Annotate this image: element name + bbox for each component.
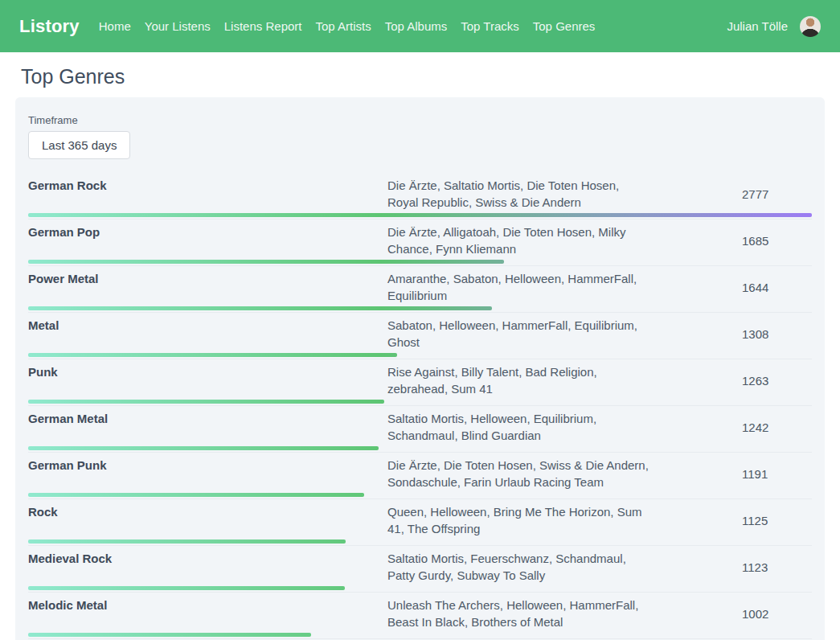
genre-name: Melodic Metal <box>28 597 387 613</box>
genre-name: Medieval Rock <box>28 550 387 567</box>
genre-count: 1685 <box>689 234 812 248</box>
genre-bar-fill <box>28 213 812 217</box>
genre-bar <box>28 539 346 544</box>
genre-bar-fill <box>28 586 345 590</box>
genre-row: Medieval Rock Saltatio Mortis, Feuerschw… <box>28 546 812 593</box>
genre-count: 2777 <box>689 187 812 201</box>
genre-table: German Rock Die Ärzte, Saltatio Mortis, … <box>28 173 812 640</box>
genre-bar-fill <box>28 493 364 497</box>
genre-artists: Die Ärzte, Die Toten Hosen, Swiss & Die … <box>387 457 689 490</box>
genre-artists: Unleash The Archers, Helloween, HammerFa… <box>387 597 689 630</box>
genre-row: German Rock Die Ärzte, Saltatio Mortis, … <box>28 173 812 219</box>
navbar: Listory Home Your Listens Listens Report… <box>0 0 840 52</box>
brand-logo[interactable]: Listory <box>19 16 80 37</box>
genre-bar <box>28 400 384 404</box>
genre-name: Power Metal <box>28 270 387 287</box>
genre-count: 1125 <box>689 514 812 527</box>
nav-links: Home Your Listens Listens Report Top Art… <box>99 19 596 33</box>
genre-count: 1191 <box>689 467 812 481</box>
page-title: Top Genres <box>21 65 840 88</box>
nav-item-top-genres[interactable]: Top Genres <box>533 19 596 33</box>
genre-artists: Sabaton, Helloween, HammerFall, Equilibr… <box>387 317 689 351</box>
nav-item-home[interactable]: Home <box>99 19 131 33</box>
genre-artists: Queen, Helloween, Bring Me The Horizon, … <box>387 503 689 537</box>
genre-artists: Die Ärzte, Alligatoah, Die Toten Hosen, … <box>387 224 689 257</box>
genre-artists: Die Ärzte, Saltatio Mortis, Die Toten Ho… <box>387 177 689 211</box>
genre-bar-fill <box>28 306 492 310</box>
genre-name: Metal <box>28 317 387 334</box>
genre-name: German Punk <box>28 457 387 474</box>
genre-bar-fill <box>28 260 504 264</box>
top-genres-panel: Timeframe Last 365 days German Rock Die … <box>15 97 825 640</box>
genre-bar <box>28 260 504 264</box>
genre-bar <box>28 213 812 217</box>
genre-count: 1123 <box>689 560 812 574</box>
genre-bar-fill <box>28 446 379 450</box>
genre-bar-fill <box>28 633 311 637</box>
genre-name: German Metal <box>28 410 387 427</box>
genre-artists: Saltatio Mortis, Feuerschwanz, Schandmau… <box>387 550 689 584</box>
genre-artists: Amaranthe, Sabaton, Helloween, HammerFal… <box>387 270 689 304</box>
genre-row: Melodic Metal Unleash The Archers, Hello… <box>28 593 812 639</box>
genre-row: Rock Queen, Helloween, Bring Me The Hori… <box>28 499 812 546</box>
genre-name: German Pop <box>28 224 387 240</box>
user-avatar[interactable] <box>800 16 821 37</box>
genre-bar <box>28 493 364 497</box>
genre-row: German Pop Die Ärzte, Alligatoah, Die To… <box>28 219 812 266</box>
genre-bar <box>28 633 311 637</box>
genre-count: 1002 <box>689 607 812 621</box>
genre-name: German Rock <box>28 177 387 194</box>
nav-item-top-artists[interactable]: Top Artists <box>316 19 371 33</box>
genre-bar <box>28 353 397 357</box>
nav-item-top-albums[interactable]: Top Albums <box>385 19 448 33</box>
timeframe-label: Timeframe <box>28 114 812 127</box>
nav-item-listens-report[interactable]: Listens Report <box>224 19 302 33</box>
genre-artists: Saltatio Mortis, Helloween, Equilibrium,… <box>387 410 689 444</box>
genre-row: Power Metal Amaranthe, Sabaton, Hellowee… <box>28 266 812 313</box>
genre-count: 1242 <box>689 421 812 434</box>
timeframe-select[interactable]: Last 365 days <box>28 131 130 159</box>
navbar-user-area: Julian Tölle <box>727 16 821 37</box>
genre-row: Punk Rise Against, Billy Talent, Bad Rel… <box>28 359 812 406</box>
genre-count: 1644 <box>689 281 812 294</box>
genre-count: 1308 <box>689 327 812 341</box>
nav-item-top-tracks[interactable]: Top Tracks <box>461 19 519 33</box>
nav-item-your-listens[interactable]: Your Listens <box>145 19 211 33</box>
genre-name: Punk <box>28 363 387 380</box>
genre-row: Metal Sabaton, Helloween, HammerFall, Eq… <box>28 313 812 359</box>
genre-bar-fill <box>28 400 384 404</box>
genre-bar <box>28 306 492 310</box>
genre-bar-fill <box>28 539 346 544</box>
user-name[interactable]: Julian Tölle <box>727 19 788 33</box>
genre-bar <box>28 586 345 590</box>
genre-count: 1263 <box>689 374 812 388</box>
genre-row: German Metal Saltatio Mortis, Helloween,… <box>28 406 812 453</box>
genre-bar-fill <box>28 353 397 357</box>
genre-bar <box>28 446 379 450</box>
genre-name: Rock <box>28 503 387 520</box>
genre-artists: Rise Against, Billy Talent, Bad Religion… <box>387 363 689 397</box>
genre-row: German Punk Die Ärzte, Die Toten Hosen, … <box>28 453 812 499</box>
